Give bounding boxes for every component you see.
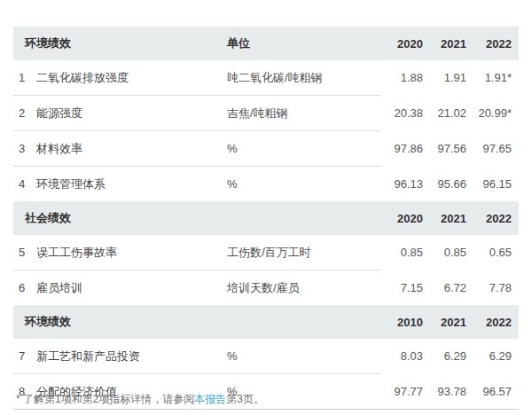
year-header: 2022 bbox=[467, 201, 519, 235]
table-row: 4 环境管理体系 % 96.13 95.66 96.15 bbox=[13, 167, 519, 202]
value-cell: 1.91* bbox=[467, 60, 519, 96]
value-cell: 0.85 bbox=[381, 235, 424, 270]
footnote-text: 第3页。 bbox=[226, 393, 264, 405]
value-cell: 96.13 bbox=[381, 167, 424, 202]
indicator-unit: 吨二氧化碳/吨粗钢 bbox=[226, 60, 381, 96]
footnote: * 了解第1项和第2项指标详情，请参阅本报告第3页。 bbox=[16, 392, 264, 407]
table-row: 1 二氧化碳排放强度 吨二氧化碳/吨粗钢 1.88 1.91 1.91* bbox=[13, 60, 519, 96]
value-cell: 97.65 bbox=[467, 131, 519, 167]
section-title: 社会绩效 bbox=[13, 201, 226, 235]
section-header-row: 环境绩效 单位 2020 2021 2022 bbox=[13, 27, 519, 60]
report-link[interactable]: 本报告 bbox=[194, 393, 226, 405]
indicator-label: 环境管理体系 bbox=[35, 167, 226, 202]
indicator-unit: 培训天数/雇员 bbox=[226, 270, 381, 306]
value-cell: 96.15 bbox=[467, 167, 519, 202]
value-cell: 93.78 bbox=[424, 374, 467, 410]
indicator-label: 能源强度 bbox=[35, 96, 226, 131]
unit-column-header bbox=[226, 201, 381, 235]
unit-column-header bbox=[226, 305, 381, 339]
value-cell: 0.65 bbox=[467, 235, 519, 270]
value-cell: 7.78 bbox=[467, 270, 519, 306]
row-number: 1 bbox=[13, 60, 35, 96]
table-row: 2 能源强度 吉焦/吨粗钢 20.38 21.02 20.99* bbox=[13, 96, 519, 131]
section-title: 环境绩效 bbox=[13, 27, 226, 60]
performance-table: 环境绩效 单位 2020 2021 2022 1 二氧化碳排放强度 吨二氧化碳/… bbox=[13, 27, 519, 410]
indicator-unit: % bbox=[226, 167, 381, 202]
performance-table-page: 环境绩效 单位 2020 2021 2022 1 二氧化碳排放强度 吨二氧化碳/… bbox=[0, 0, 532, 415]
value-cell: 6.29 bbox=[467, 339, 519, 374]
row-number: 7 bbox=[13, 339, 35, 374]
year-header: 2010 bbox=[381, 305, 424, 339]
indicator-unit: 工伤数/百万工时 bbox=[226, 235, 381, 270]
table-row: 7 新工艺和新产品投资 % 8.03 6.29 6.29 bbox=[13, 339, 519, 374]
value-cell: 95.66 bbox=[424, 167, 467, 202]
row-number: 5 bbox=[13, 235, 35, 270]
value-cell: 1.88 bbox=[381, 60, 424, 96]
value-cell: 20.99* bbox=[467, 96, 519, 131]
indicator-label: 雇员培训 bbox=[35, 270, 226, 306]
value-cell: 20.38 bbox=[381, 96, 424, 131]
year-header: 2021 bbox=[424, 27, 467, 60]
year-header: 2021 bbox=[424, 305, 467, 339]
indicator-unit: % bbox=[226, 131, 381, 167]
value-cell: 96.57 bbox=[467, 374, 519, 410]
footnote-text: * 了解第1项和第2项指标详情，请参阅 bbox=[16, 393, 194, 405]
year-header: 2022 bbox=[467, 305, 519, 339]
value-cell: 0.85 bbox=[424, 235, 467, 270]
indicator-label: 新工艺和新产品投资 bbox=[35, 339, 226, 374]
value-cell: 97.77 bbox=[381, 374, 424, 410]
indicator-unit: % bbox=[226, 339, 381, 374]
indicator-label: 二氧化碳排放强度 bbox=[35, 60, 226, 96]
year-header: 2020 bbox=[381, 27, 424, 60]
indicator-label: 材料效率 bbox=[35, 131, 226, 167]
value-cell: 97.56 bbox=[424, 131, 467, 167]
value-cell: 21.02 bbox=[424, 96, 467, 131]
value-cell: 1.91 bbox=[424, 60, 467, 96]
row-number: 6 bbox=[13, 270, 35, 306]
value-cell: 97.86 bbox=[381, 131, 424, 167]
year-header: 2021 bbox=[424, 201, 467, 235]
value-cell: 6.29 bbox=[424, 339, 467, 374]
row-number: 4 bbox=[13, 167, 35, 202]
indicator-unit: 吉焦/吨粗钢 bbox=[226, 96, 381, 131]
indicator-label: 误工工伤事故率 bbox=[35, 235, 226, 270]
unit-column-header: 单位 bbox=[226, 27, 381, 60]
year-header: 2020 bbox=[381, 201, 424, 235]
value-cell: 8.03 bbox=[381, 339, 424, 374]
row-number: 3 bbox=[13, 131, 35, 167]
table-row: 6 雇员培训 培训天数/雇员 7.15 6.72 7.78 bbox=[13, 270, 519, 306]
row-number: 2 bbox=[13, 96, 35, 131]
table-row: 5 误工工伤事故率 工伤数/百万工时 0.85 0.85 0.65 bbox=[13, 235, 519, 270]
section-header-row: 环境绩效 2010 2021 2022 bbox=[13, 305, 519, 339]
section-title: 环境绩效 bbox=[13, 305, 226, 339]
value-cell: 6.72 bbox=[424, 270, 467, 306]
value-cell: 7.15 bbox=[381, 270, 424, 306]
section-header-row: 社会绩效 2020 2021 2022 bbox=[13, 201, 519, 235]
table-row: 3 材料效率 % 97.86 97.56 97.65 bbox=[13, 131, 519, 167]
year-header: 2022 bbox=[467, 27, 519, 60]
